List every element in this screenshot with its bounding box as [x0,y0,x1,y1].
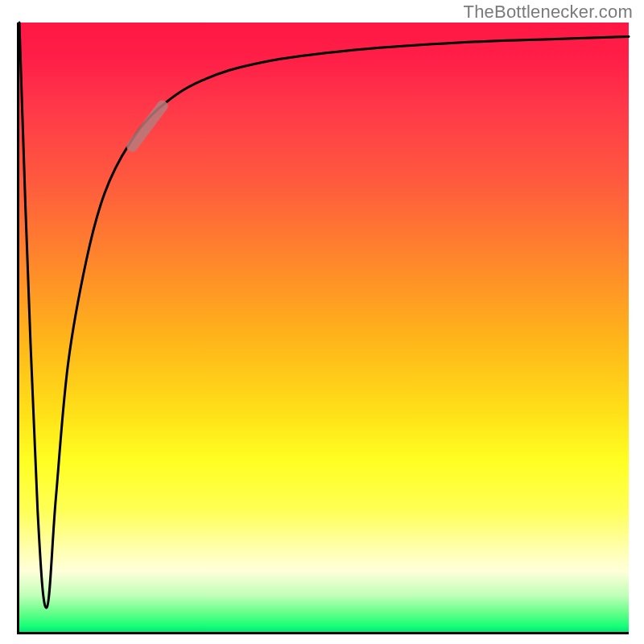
attribution-text: TheBottlenecker.com [464,2,633,23]
chart-marker-segment [125,98,171,154]
chart-curve-path [19,23,629,608]
chart-plot-area [17,23,629,634]
chart-curve-svg [19,23,629,632]
